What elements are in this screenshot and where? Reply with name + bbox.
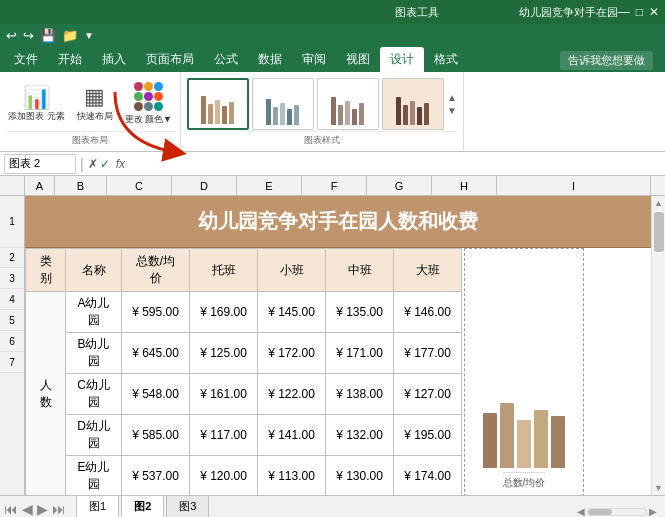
maximize-button[interactable]: □	[636, 5, 643, 19]
help-text: 告诉我您想要做	[560, 51, 653, 70]
col-header-i[interactable]: I	[497, 176, 651, 195]
tab-formula[interactable]: 公式	[204, 47, 248, 72]
name-separator: |	[78, 156, 86, 172]
style-scroll-arrows[interactable]: ▲ ▼	[447, 92, 457, 116]
table-cell: ¥ 117.00	[190, 415, 258, 456]
table-cell: D幼儿园	[66, 415, 122, 456]
tab-insert[interactable]: 插入	[92, 47, 136, 72]
vertical-scrollbar[interactable]: ▲ ▼	[651, 196, 665, 495]
row-num-3: 3	[0, 268, 24, 289]
quick-layout-button[interactable]: ▦ 快速布局	[73, 82, 117, 125]
sheet-tab-3[interactable]: 图3	[166, 495, 209, 517]
table-cell: ¥ 113.00	[258, 456, 326, 496]
chart-style-3[interactable]	[317, 78, 379, 130]
window-title: 幼儿园竞争对手在园	[519, 5, 618, 20]
scroll-down-button[interactable]: ▼	[652, 481, 665, 495]
row-numbers: 1 2 3 4 5 6 7	[0, 196, 25, 495]
table-cell: ¥ 132.00	[326, 415, 394, 456]
app-title: 图表工具	[6, 5, 499, 20]
save-button[interactable]: 💾	[40, 28, 56, 43]
sheet-nav-prev[interactable]: ◀	[22, 501, 33, 517]
formula-input[interactable]	[131, 157, 661, 171]
ribbon-help-area	[464, 72, 665, 151]
sheet-nav-next[interactable]: ▶	[37, 501, 48, 517]
undo-button[interactable]: ↩	[6, 28, 17, 43]
add-element-button[interactable]: 📊 添加图表 元素	[4, 83, 69, 124]
col-header-d[interactable]: D	[172, 176, 237, 195]
header-zhongban: 中班	[326, 249, 394, 292]
table-cell: ¥ 645.00	[122, 333, 190, 374]
sheet-tab-1[interactable]: 图1	[76, 495, 119, 517]
close-button[interactable]: ✕	[649, 5, 659, 19]
chart-style-1[interactable]	[187, 78, 249, 130]
table-cell: ¥ 145.00	[258, 292, 326, 333]
cancel-formula-button[interactable]: ✗	[88, 157, 98, 171]
column-headers: A B C D E F G H I	[0, 176, 665, 196]
chart-bars	[483, 382, 565, 472]
horizontal-scrollbar[interactable]	[587, 508, 647, 516]
tab-view[interactable]: 视图	[336, 47, 380, 72]
scrollbar-corner	[651, 176, 665, 195]
tab-format[interactable]: 格式	[424, 47, 468, 72]
fx-label: fx	[116, 157, 125, 171]
open-button[interactable]: 📁	[62, 28, 78, 43]
table-cell: ¥ 120.00	[190, 456, 258, 496]
confirm-formula-button[interactable]: ✓	[100, 157, 110, 171]
tab-review[interactable]: 审阅	[292, 47, 336, 72]
header-daban: 大班	[394, 249, 462, 292]
tab-file[interactable]: 文件	[4, 47, 48, 72]
chart-layout-group: 📊 添加图表 元素 ▦ 快速布局	[0, 72, 181, 151]
chart-style-4[interactable]	[382, 78, 444, 130]
redo-button[interactable]: ↪	[23, 28, 34, 43]
table-cell: ¥ 169.00	[190, 292, 258, 333]
dropdown-arrow[interactable]: ▼	[84, 30, 94, 41]
header-category: 类别	[26, 249, 66, 292]
table-cell: ¥ 161.00	[190, 374, 258, 415]
name-box[interactable]	[4, 154, 76, 174]
sheet-nav-first[interactable]: ⏮	[4, 501, 18, 517]
hscroll-right[interactable]: ▶	[649, 506, 657, 517]
col-header-h[interactable]: H	[432, 176, 497, 195]
col-header-b[interactable]: B	[55, 176, 107, 195]
sheet-area: 1 2 3 4 5 6 7 幼儿园竞争对手在园人数和收费 类别 名称 总数/均价	[0, 196, 665, 495]
minimize-button[interactable]: —	[618, 5, 630, 19]
tab-pagelayout[interactable]: 页面布局	[136, 47, 204, 72]
header-xiaoban: 小班	[258, 249, 326, 292]
table-cell: C幼儿园	[66, 374, 122, 415]
table-cell: ¥ 122.00	[258, 374, 326, 415]
tab-design[interactable]: 设计	[380, 47, 424, 72]
col-header-c[interactable]: C	[107, 176, 172, 195]
change-color-button[interactable]: 更改 颜色▼	[121, 80, 176, 128]
spreadsheet-title: 幼儿园竞争对手在园人数和收费	[25, 196, 651, 248]
table-cell: ¥ 172.00	[258, 333, 326, 374]
tab-start[interactable]: 开始	[48, 47, 92, 72]
row-num-7: 7	[0, 352, 24, 373]
row-header-corner	[0, 176, 25, 195]
chart-label: 总数/均价	[503, 472, 546, 490]
sheet-tab-2[interactable]: 图2	[121, 495, 164, 517]
chart-style-2[interactable]	[252, 78, 314, 130]
table-cell: ¥ 171.00	[326, 333, 394, 374]
hscroll-left[interactable]: ◀	[577, 506, 585, 517]
table-cell: ¥ 141.00	[258, 415, 326, 456]
data-table-wrapper: 类别 名称 总数/均价 托班 小班 中班 大班 人数A幼儿园¥ 595.00¥ …	[25, 248, 651, 495]
row-num-5: 5	[0, 310, 24, 331]
chart-styles-group: ▲ ▼ 图表样式	[181, 72, 464, 151]
col-header-f[interactable]: F	[302, 176, 367, 195]
spreadsheet-content: 幼儿园竞争对手在园人数和收费 类别 名称 总数/均价 托班 小班 中班 大班	[25, 196, 651, 495]
header-tuoban: 托班	[190, 249, 258, 292]
col-header-e[interactable]: E	[237, 176, 302, 195]
scroll-up-button[interactable]: ▲	[652, 196, 665, 210]
tab-data[interactable]: 数据	[248, 47, 292, 72]
col-header-a[interactable]: A	[25, 176, 55, 195]
col-header-g[interactable]: G	[367, 176, 432, 195]
style-group-label: 图表样式	[187, 131, 457, 147]
table-cell: ¥ 127.00	[394, 374, 462, 415]
formula-bar: | ✗ ✓ fx	[0, 152, 665, 176]
table-cell: ¥ 138.00	[326, 374, 394, 415]
row-num-2: 2	[0, 248, 24, 268]
sheet-nav-last[interactable]: ⏭	[52, 501, 66, 517]
table-cell: B幼儿园	[66, 333, 122, 374]
scroll-thumb[interactable]	[654, 212, 664, 252]
table-cell: ¥ 135.00	[326, 292, 394, 333]
